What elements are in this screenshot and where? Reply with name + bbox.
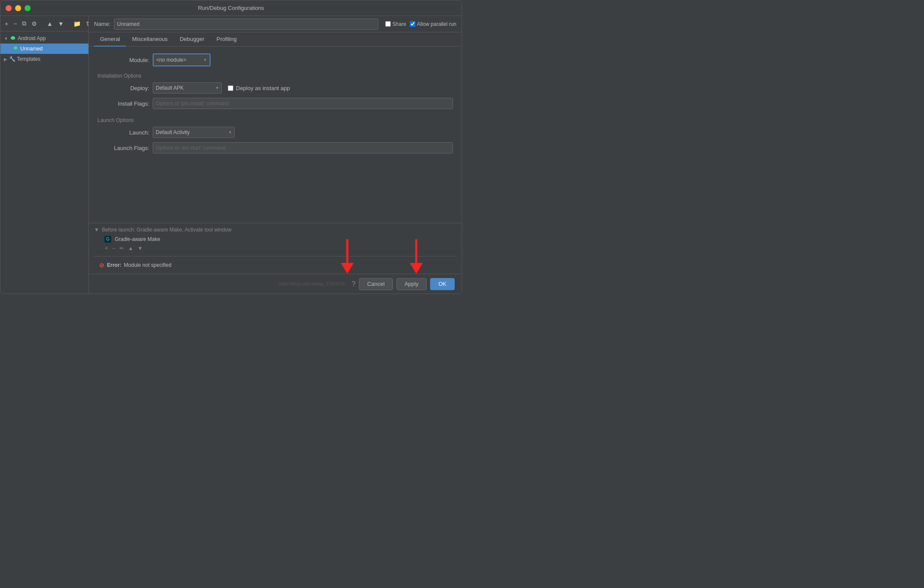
- share-checkbox[interactable]: [385, 21, 391, 27]
- tabs-bar: General Miscellaneous Debugger Profiling: [89, 32, 462, 47]
- divider: [94, 256, 456, 256]
- deploy-row: Deploy: Default APK Deploy as instant ap…: [97, 82, 453, 94]
- top-bar: Name: Share Allow parallel run: [89, 16, 462, 32]
- ok-button[interactable]: OK: [430, 278, 455, 290]
- sidebar-tree: ▼ Android App Unnamed ▶ �: [0, 31, 88, 294]
- allow-parallel-checkbox[interactable]: [410, 21, 415, 27]
- url-bar: https://blog.csdn.net/qq_37924224: [96, 281, 348, 287]
- tab-general[interactable]: General: [94, 32, 126, 47]
- templates-label: Templates: [17, 56, 41, 62]
- footer-bar: https://blog.csdn.net/qq_37924224 ? Canc…: [89, 274, 462, 294]
- deploy-select[interactable]: Default APK: [153, 82, 222, 94]
- sidebar: + − ⧉ ⚙ ▲ ▼ 📁 ⇅ ▼ Android App: [0, 16, 89, 294]
- installation-options-title: Installation Options: [97, 73, 141, 79]
- top-right-options: Share Allow parallel run: [385, 21, 456, 27]
- sidebar-item-android-app[interactable]: ▼ Android App: [0, 33, 88, 44]
- error-icon: ⊘: [99, 262, 104, 269]
- config-content: Module: <no module> Installation Options…: [89, 47, 462, 223]
- cancel-button[interactable]: Cancel: [359, 278, 393, 290]
- gradle-icon: G: [104, 236, 111, 243]
- folder-button[interactable]: 📁: [72, 19, 82, 28]
- run-debug-config-window: Run/Debug Configurations + − ⧉ ⚙ ▲ ▼ 📁 ⇅…: [0, 0, 462, 294]
- deploy-label: Deploy:: [97, 85, 149, 91]
- bl-remove-button[interactable]: −: [111, 245, 116, 252]
- bl-up-button[interactable]: ▲: [127, 245, 135, 252]
- expand-arrow-android-app: ▼: [4, 36, 8, 41]
- launch-options-title: Launch Options: [97, 117, 134, 123]
- title-bar: Run/Debug Configurations: [0, 0, 462, 16]
- bl-down-button[interactable]: ▼: [136, 245, 144, 252]
- move-down-button[interactable]: ▼: [56, 19, 66, 28]
- error-bar: ⊘ Error: Module not specified: [94, 260, 456, 270]
- help-icon[interactable]: ?: [352, 280, 355, 288]
- deploy-instant-checkbox[interactable]: [228, 85, 233, 91]
- before-launch-title: Before launch: Gradle-aware Make, Activa…: [102, 227, 232, 233]
- svg-rect-3: [14, 49, 17, 49]
- installation-options-section: Installation Options: [97, 72, 453, 79]
- right-panel: Name: Share Allow parallel run: [89, 16, 462, 294]
- sidebar-item-unnamed[interactable]: Unnamed: [0, 44, 88, 54]
- launch-flags-input[interactable]: [153, 142, 453, 153]
- module-select-wrap[interactable]: <no module>: [153, 53, 211, 66]
- allow-parallel-checkbox-wrap[interactable]: Allow parallel run: [410, 21, 456, 27]
- module-label: Module:: [97, 57, 149, 63]
- android-app-label: Android App: [18, 35, 46, 41]
- wrench-icon: 🔧: [9, 56, 15, 62]
- before-launch-toolbar: + − ✏ ▲ ▼: [94, 244, 456, 253]
- bl-add-button[interactable]: +: [104, 245, 109, 252]
- android-app-icon: [10, 35, 16, 41]
- deploy-instant-checkbox-wrap[interactable]: Deploy as instant app: [228, 85, 290, 91]
- install-flags-input[interactable]: [153, 98, 453, 109]
- maximize-button[interactable]: [25, 5, 31, 11]
- settings-config-button[interactable]: ⚙: [30, 19, 39, 28]
- share-checkbox-wrap[interactable]: Share: [385, 21, 406, 27]
- tab-debugger[interactable]: Debugger: [174, 32, 211, 47]
- expand-arrow-templates: ▶: [4, 57, 7, 62]
- window-title: Run/Debug Configurations: [198, 5, 264, 11]
- bl-edit-button[interactable]: ✏: [118, 245, 125, 252]
- error-prefix: Error:: [107, 262, 121, 268]
- launch-select[interactable]: Default Activity: [153, 127, 235, 138]
- deploy-instant-label: Deploy as instant app: [236, 85, 290, 91]
- deploy-select-wrap[interactable]: Default APK: [153, 82, 222, 94]
- tab-miscellaneous[interactable]: Miscellaneous: [126, 32, 173, 47]
- launch-label: Launch:: [97, 129, 149, 136]
- unnamed-icon: [13, 46, 19, 52]
- move-up-button[interactable]: ▲: [45, 19, 54, 28]
- launch-options-section: Launch Options: [97, 117, 453, 123]
- remove-config-button[interactable]: −: [12, 19, 19, 28]
- error-message: Module not specified: [124, 262, 171, 268]
- name-field-wrap: Name:: [94, 19, 378, 30]
- minimize-button[interactable]: [15, 5, 21, 11]
- install-flags-row: Install Flags:: [97, 98, 453, 109]
- apply-button[interactable]: Apply: [396, 278, 427, 290]
- svg-rect-1: [11, 39, 15, 39]
- before-launch-header[interactable]: ▼ Before launch: Gradle-aware Make, Acti…: [94, 227, 456, 233]
- name-label: Name:: [94, 21, 110, 27]
- name-input[interactable]: [114, 19, 378, 30]
- module-select[interactable]: <no module>: [154, 54, 210, 66]
- sidebar-item-templates[interactable]: ▶ 🔧 Templates: [0, 54, 88, 64]
- add-config-button[interactable]: +: [3, 19, 10, 28]
- close-button[interactable]: [6, 5, 12, 11]
- main-content: + − ⧉ ⚙ ▲ ▼ 📁 ⇅ ▼ Android App: [0, 16, 462, 294]
- module-row: Module: <no module>: [97, 53, 453, 66]
- share-label: Share: [393, 21, 406, 27]
- copy-config-button[interactable]: ⧉: [20, 19, 28, 28]
- launch-row: Launch: Default Activity: [97, 127, 453, 138]
- launch-flags-label: Launch Flags:: [97, 145, 149, 151]
- footer-container: https://blog.csdn.net/qq_37924224 ? Canc…: [89, 274, 462, 294]
- launch-select-wrap[interactable]: Default Activity: [153, 127, 235, 138]
- gradle-make-label: Gradle-aware Make: [115, 236, 160, 242]
- allow-parallel-label: Allow parallel run: [417, 21, 456, 27]
- unnamed-label: Unnamed: [20, 46, 43, 52]
- before-launch-item-gradle: G Gradle-aware Make: [94, 235, 456, 244]
- launch-flags-row: Launch Flags:: [97, 142, 453, 153]
- install-flags-label: Install Flags:: [97, 100, 149, 107]
- before-launch-section: ▼ Before launch: Gradle-aware Make, Acti…: [89, 223, 462, 274]
- before-launch-arrow: ▼: [94, 227, 99, 233]
- tab-profiling[interactable]: Profiling: [211, 32, 243, 47]
- traffic-lights: [6, 5, 31, 11]
- sidebar-toolbar: + − ⧉ ⚙ ▲ ▼ 📁 ⇅: [0, 16, 88, 31]
